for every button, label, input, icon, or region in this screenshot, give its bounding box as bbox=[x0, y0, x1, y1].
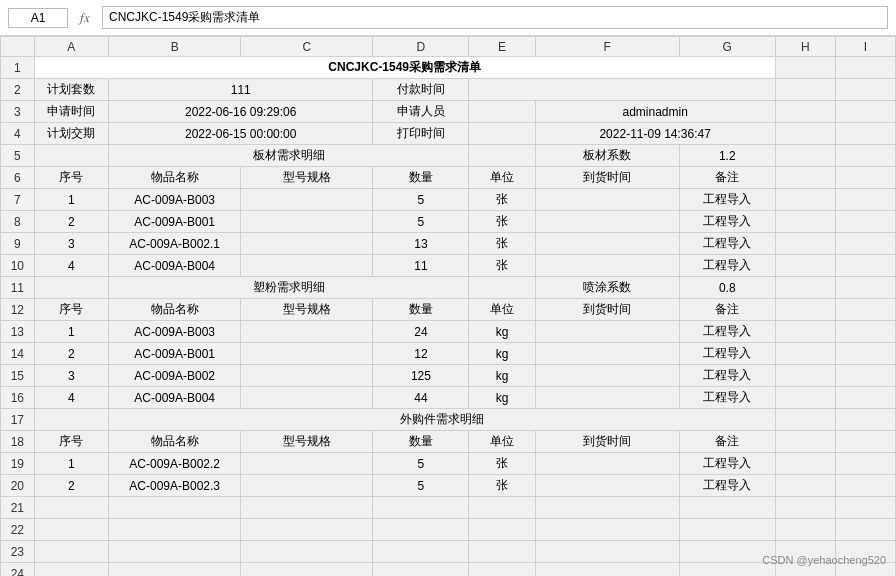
cell[interactable]: 喷涂系数 bbox=[535, 277, 679, 299]
cell[interactable]: 序号 bbox=[34, 167, 108, 189]
cell[interactable]: 打印时间 bbox=[373, 123, 469, 145]
col-header-a[interactable]: A bbox=[34, 37, 108, 57]
cell[interactable]: kg bbox=[469, 365, 535, 387]
cell[interactable]: AC-009A-B004 bbox=[109, 387, 241, 409]
cell[interactable]: 数量 bbox=[373, 167, 469, 189]
cell-empty[interactable] bbox=[775, 211, 835, 233]
cell-empty[interactable] bbox=[241, 541, 373, 563]
cell[interactable]: 单位 bbox=[469, 299, 535, 321]
cell-empty[interactable] bbox=[835, 211, 895, 233]
cell[interactable] bbox=[535, 475, 679, 497]
cell[interactable]: 型号规格 bbox=[241, 167, 373, 189]
cell[interactable] bbox=[34, 409, 108, 431]
cell[interactable]: 单位 bbox=[469, 167, 535, 189]
cell[interactable]: 2022-11-09 14:36:47 bbox=[535, 123, 775, 145]
cell[interactable]: AC-009A-B002.3 bbox=[109, 475, 241, 497]
cell[interactable] bbox=[469, 277, 535, 299]
cell[interactable] bbox=[535, 255, 679, 277]
cell-empty[interactable] bbox=[109, 519, 241, 541]
cell[interactable] bbox=[241, 211, 373, 233]
cell[interactable] bbox=[469, 79, 775, 101]
cell[interactable]: kg bbox=[469, 387, 535, 409]
cell[interactable]: 3 bbox=[34, 233, 108, 255]
cell[interactable]: 2 bbox=[34, 475, 108, 497]
cell-empty[interactable] bbox=[775, 299, 835, 321]
cell[interactable]: AC-009A-B001 bbox=[109, 343, 241, 365]
cell[interactable] bbox=[535, 211, 679, 233]
cell[interactable] bbox=[535, 453, 679, 475]
cell[interactable]: 计划交期 bbox=[34, 123, 108, 145]
cell[interactable]: 物品名称 bbox=[109, 431, 241, 453]
cell[interactable]: 0.8 bbox=[679, 277, 775, 299]
cell[interactable]: AC-009A-B003 bbox=[109, 189, 241, 211]
cell[interactable]: 工程导入 bbox=[679, 321, 775, 343]
cell[interactable]: 工程导入 bbox=[679, 233, 775, 255]
cell[interactable]: 24 bbox=[373, 321, 469, 343]
cell[interactable]: 外购件需求明细 bbox=[109, 409, 776, 431]
cell[interactable]: 备注 bbox=[679, 167, 775, 189]
cell-empty[interactable] bbox=[835, 255, 895, 277]
col-header-g[interactable]: G bbox=[679, 37, 775, 57]
cell-empty[interactable] bbox=[775, 519, 835, 541]
cell-empty[interactable] bbox=[775, 453, 835, 475]
cell[interactable]: 工程导入 bbox=[679, 211, 775, 233]
cell[interactable]: 4 bbox=[34, 255, 108, 277]
cell[interactable]: CNCJKC-1549采购需求清单 bbox=[34, 57, 775, 79]
cell[interactable]: 125 bbox=[373, 365, 469, 387]
cell[interactable] bbox=[535, 321, 679, 343]
cell[interactable] bbox=[469, 123, 535, 145]
cell[interactable]: 4 bbox=[34, 387, 108, 409]
cell[interactable] bbox=[241, 189, 373, 211]
cell[interactable]: 申请人员 bbox=[373, 101, 469, 123]
cell-empty[interactable] bbox=[775, 365, 835, 387]
formula-input[interactable]: CNCJKC-1549采购需求清单 bbox=[102, 6, 888, 29]
cell[interactable]: 张 bbox=[469, 255, 535, 277]
cell[interactable]: kg bbox=[469, 343, 535, 365]
cell[interactable]: 工程导入 bbox=[679, 387, 775, 409]
cell-empty[interactable] bbox=[109, 497, 241, 519]
cell[interactable]: 2022-06-16 09:29:06 bbox=[109, 101, 373, 123]
cell[interactable]: 12 bbox=[373, 343, 469, 365]
cell-empty[interactable] bbox=[835, 123, 895, 145]
cell[interactable] bbox=[535, 189, 679, 211]
cell[interactable]: 5 bbox=[373, 475, 469, 497]
cell-empty[interactable] bbox=[835, 431, 895, 453]
cell-empty[interactable] bbox=[241, 519, 373, 541]
cell[interactable] bbox=[241, 343, 373, 365]
cell[interactable]: 数量 bbox=[373, 299, 469, 321]
cell-empty[interactable] bbox=[34, 497, 108, 519]
cell[interactable] bbox=[241, 321, 373, 343]
cell[interactable]: 到货时间 bbox=[535, 167, 679, 189]
cell-empty[interactable] bbox=[34, 563, 108, 577]
cell-empty[interactable] bbox=[835, 79, 895, 101]
cell-empty[interactable] bbox=[535, 497, 679, 519]
cell-empty[interactable] bbox=[775, 475, 835, 497]
cell-reference[interactable]: A1 bbox=[8, 8, 68, 28]
cell[interactable]: 序号 bbox=[34, 431, 108, 453]
cell[interactable] bbox=[241, 233, 373, 255]
cell-empty[interactable] bbox=[835, 519, 895, 541]
cell-empty[interactable] bbox=[775, 189, 835, 211]
cell-empty[interactable] bbox=[469, 541, 535, 563]
cell[interactable]: 张 bbox=[469, 233, 535, 255]
cell[interactable]: 1 bbox=[34, 189, 108, 211]
cell-empty[interactable] bbox=[835, 497, 895, 519]
cell-empty[interactable] bbox=[775, 145, 835, 167]
col-header-h[interactable]: H bbox=[775, 37, 835, 57]
cell[interactable]: 序号 bbox=[34, 299, 108, 321]
cell[interactable]: 44 bbox=[373, 387, 469, 409]
cell[interactable] bbox=[241, 453, 373, 475]
col-header-e[interactable]: E bbox=[469, 37, 535, 57]
cell-empty[interactable] bbox=[535, 563, 679, 577]
cell[interactable]: 2 bbox=[34, 211, 108, 233]
cell[interactable]: 1 bbox=[34, 321, 108, 343]
cell-empty[interactable] bbox=[775, 387, 835, 409]
cell-empty[interactable] bbox=[835, 299, 895, 321]
cell[interactable]: 板材需求明细 bbox=[109, 145, 469, 167]
col-header-f[interactable]: F bbox=[535, 37, 679, 57]
cell[interactable]: 张 bbox=[469, 189, 535, 211]
col-header-d[interactable]: D bbox=[373, 37, 469, 57]
cell-empty[interactable] bbox=[373, 497, 469, 519]
cell-empty[interactable] bbox=[679, 519, 775, 541]
cell[interactable]: 1.2 bbox=[679, 145, 775, 167]
